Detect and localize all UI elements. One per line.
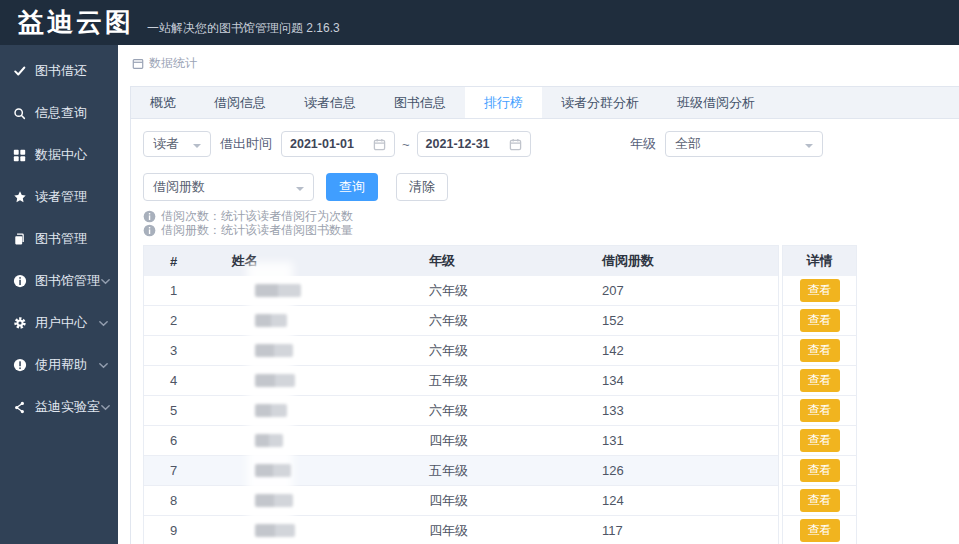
end-date-value: 2021-12-31	[426, 137, 490, 151]
detail-cell: 查看	[783, 426, 856, 456]
app-logo: 益迪云图	[18, 0, 134, 45]
sidebar-item-label: 图书管理	[35, 230, 87, 248]
tab-4[interactable]: 图书信息	[375, 87, 465, 118]
view-button[interactable]: 查看	[800, 309, 840, 332]
note-info-icon	[143, 210, 156, 223]
tab-1[interactable]: 概览	[131, 87, 195, 118]
sidebar-item-3[interactable]: 数据中心	[0, 134, 118, 176]
view-button[interactable]: 查看	[800, 339, 840, 362]
count-cell: 124	[589, 486, 778, 516]
col-detail: 详情	[783, 246, 856, 276]
view-button[interactable]: 查看	[800, 459, 840, 482]
name-cell	[232, 486, 429, 516]
grade-cell: 四年级	[429, 426, 589, 456]
grid-icon	[13, 149, 29, 162]
chevron-down-icon	[100, 402, 111, 413]
note-text: 借阅册数：统计该读者借阅图书数量	[161, 223, 353, 237]
end-date-input[interactable]: 2021-12-31	[417, 131, 531, 157]
count-cell: 131	[589, 426, 778, 456]
count-cell: 133	[589, 396, 778, 426]
note-text: 借阅次数：统计该读者借阅行为次数	[161, 209, 353, 223]
chevron-down-icon	[98, 318, 109, 329]
grade-value: 全部	[675, 135, 701, 153]
sidebar-item-label: 信息查询	[35, 104, 87, 122]
tab-2[interactable]: 借阅信息	[195, 87, 285, 118]
calendar-icon	[509, 138, 522, 151]
redacted-name	[255, 494, 293, 507]
sidebar-item-4[interactable]: 读者管理	[0, 176, 118, 218]
grade-cell: 五年级	[429, 366, 589, 396]
reader-type-value: 读者	[153, 135, 179, 153]
name-cell	[232, 396, 429, 426]
tab-6[interactable]: 读者分群分析	[542, 87, 658, 118]
sidebar-item-label: 图书借还	[35, 62, 87, 80]
count-cell: 134	[589, 366, 778, 396]
sidebar-item-8[interactable]: 使用帮助	[0, 344, 118, 386]
filter-row-2: 借阅册数 查询 清除	[143, 173, 959, 201]
caret-down-icon	[193, 144, 201, 152]
grade-select[interactable]: 全部	[665, 131, 823, 157]
redacted-name	[255, 464, 291, 477]
grade-cell: 四年级	[429, 516, 589, 544]
caret-down-icon	[296, 187, 304, 195]
redacted-name	[255, 404, 287, 417]
redacted-name	[255, 434, 283, 447]
name-cell	[232, 336, 429, 366]
redacted-name	[255, 314, 287, 327]
sidebar-item-label: 图书馆管理	[35, 272, 100, 290]
redacted-name	[255, 374, 295, 387]
rank-cell: 5	[144, 396, 232, 426]
book-icon	[13, 233, 29, 246]
sidebar-item-7[interactable]: 用户中心	[0, 302, 118, 344]
calendar-icon	[373, 138, 386, 151]
view-button[interactable]: 查看	[800, 279, 840, 302]
detail-cell: 查看	[783, 306, 856, 336]
name-cell	[232, 426, 429, 456]
help-icon	[13, 358, 29, 372]
rank-cell: 3	[144, 336, 232, 366]
detail-cells: 查看查看查看查看查看查看查看查看查看	[783, 276, 856, 544]
metric-value: 借阅册数	[153, 178, 205, 196]
tab-5[interactable]: 排行榜	[465, 87, 542, 118]
start-date-input[interactable]: 2021-01-01	[281, 131, 395, 157]
sidebar-item-5[interactable]: 图书管理	[0, 218, 118, 260]
detail-cell: 查看	[783, 516, 856, 544]
window-icon	[132, 58, 144, 70]
reader-type-select[interactable]: 读者	[143, 131, 211, 157]
view-button[interactable]: 查看	[800, 429, 840, 452]
detail-cell: 查看	[783, 336, 856, 366]
date-range-separator: ~	[402, 137, 410, 152]
table-row: 5六年级133	[144, 396, 778, 426]
query-button[interactable]: 查询	[326, 173, 378, 201]
gear-icon	[13, 316, 29, 330]
tab-3[interactable]: 读者信息	[285, 87, 375, 118]
count-cell: 152	[589, 306, 778, 336]
app-subtitle: 一站解决您的图书馆管理问题 2.16.3	[147, 20, 340, 37]
table-row: 7五年级126	[144, 456, 778, 486]
table-row: 8四年级124	[144, 486, 778, 516]
tab-panel: 读者 借出时间 2021-01-01 ~ 2021-12-31 年级 全部	[130, 119, 959, 544]
count-cell: 117	[589, 516, 778, 544]
main-content: 数据统计 概览借阅信息读者信息图书信息排行榜读者分群分析班级借阅分析 读者 借出…	[118, 45, 959, 544]
metric-select[interactable]: 借阅册数	[143, 173, 314, 201]
sidebar-item-1[interactable]: 图书借还	[0, 50, 118, 92]
detail-cell: 查看	[783, 486, 856, 516]
view-button[interactable]: 查看	[800, 519, 840, 542]
sidebar-item-6[interactable]: 图书馆管理	[0, 260, 118, 302]
rank-cell: 8	[144, 486, 232, 516]
name-cell	[232, 456, 429, 486]
view-button[interactable]: 查看	[800, 489, 840, 512]
note-line: 借阅册数：统计该读者借阅图书数量	[143, 223, 959, 237]
chevron-down-icon	[98, 360, 109, 371]
caret-down-icon	[805, 144, 813, 152]
table-body: 1六年级2072六年级1523六年级1424五年级1345六年级1336四年级1…	[144, 276, 778, 544]
clear-button[interactable]: 清除	[396, 173, 448, 201]
view-button[interactable]: 查看	[800, 369, 840, 392]
redacted-name	[255, 344, 293, 357]
view-button[interactable]: 查看	[800, 399, 840, 422]
col-grade: 年级	[429, 246, 589, 276]
sidebar-item-2[interactable]: 信息查询	[0, 92, 118, 134]
sidebar-item-9[interactable]: 益迪实验室	[0, 386, 118, 428]
tab-7[interactable]: 班级借阅分析	[658, 87, 774, 118]
rank-cell: 9	[144, 516, 232, 544]
